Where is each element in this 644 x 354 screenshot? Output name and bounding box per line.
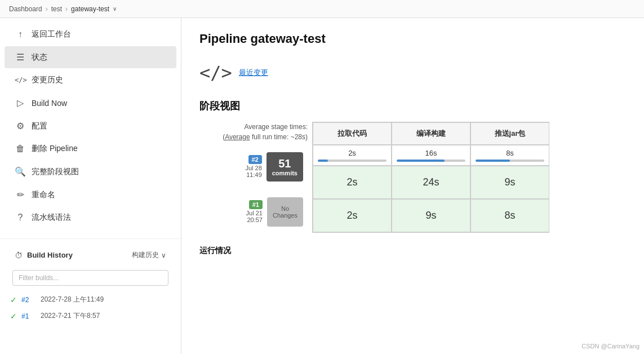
build-date-1: 2022-7-21 下午8:57 — [41, 311, 100, 321]
avg-bar-2 — [476, 160, 544, 162]
stage-left-avg-label: Average stage times: (Average (Average f… — [199, 122, 312, 234]
sidebar-item-label-config: 配置 — [32, 121, 47, 131]
build-history-header: ⏱ Build History 构建历史 ∨ — [5, 245, 176, 266]
back-icon: ↑ — [15, 29, 26, 39]
sidebar-item-label-build-now: Build Now — [32, 99, 67, 108]
avg-time-val-0: 2s — [318, 149, 387, 157]
sidebar-item-config[interactable]: ⚙ 配置 — [5, 115, 176, 137]
downstream-label: 运行情况 — [199, 246, 626, 256]
no-changes-badge-1[interactable]: No Changes — [267, 197, 303, 227]
sidebar-item-change-history[interactable]: </> 变更历史 — [5, 69, 176, 91]
build-1-cell-2: 8s — [470, 199, 549, 232]
filter-input-wrap — [5, 267, 176, 289]
history-clock-icon: ⏱ — [15, 251, 23, 260]
sidebar-item-label-status: 状态 — [32, 52, 47, 63]
build-2-cells: 2s 24s 9s — [313, 166, 549, 199]
avg-bar-0 — [318, 160, 387, 162]
pencil-icon: ✏ — [15, 189, 26, 200]
trash-icon: 🗑 — [15, 144, 26, 154]
stage-header-1: 编译构建 — [392, 122, 470, 145]
sidebar-item-status[interactable]: ☰ 状态 — [5, 46, 176, 68]
avg-label: Average stage times: (Average (Average f… — [199, 122, 308, 144]
avg-time-0: 2s — [313, 145, 392, 166]
build-list-item[interactable]: ✓ #1 2022-7-21 下午8:57 — [0, 308, 181, 324]
avg-time-val-2: 8s — [476, 149, 544, 157]
sidebar-item-label-rename: 重命名 — [32, 190, 55, 200]
code-history-icon: </> — [15, 76, 26, 84]
build-2-cell-1: 24s — [392, 166, 470, 199]
build-row-2: 2s 24s 9s — [312, 166, 549, 199]
sidebar-item-label-history: 变更历史 — [32, 75, 63, 85]
breadcrumb-chevron-icon: ∨ — [113, 6, 117, 12]
breadcrumb-sep-2: › — [65, 5, 68, 13]
sidebar-item-back[interactable]: ↑ 返回工作台 — [5, 24, 176, 45]
build-history-right[interactable]: 构建历史 ∨ — [132, 250, 166, 260]
page-title: Pipeline gateway-test — [199, 32, 626, 46]
gear-icon: ⚙ — [15, 121, 26, 131]
build-2-left-label: #2 Jul 28 11:49 51 commits — [199, 144, 308, 189]
avg-times-row: 2s 16s 8s — [312, 145, 549, 166]
stage-headers-row: 拉取代码 编译构建 推送jar包 — [312, 122, 549, 145]
sidebar-item-build-now[interactable]: ▷ Build Now — [5, 92, 176, 114]
watermark: CSDN @CarinaYang — [581, 343, 639, 349]
search-icon: 🔍 — [15, 166, 26, 177]
breadcrumb-current: gateway-test — [71, 5, 109, 13]
sidebar-item-label-back: 返回工作台 — [32, 29, 71, 39]
sidebar-item-label-syntax: 流水线语法 — [32, 213, 71, 223]
avg-bar-1 — [397, 160, 465, 162]
stage-view-title: 阶段视图 — [199, 99, 626, 113]
build-check-icon-2: ✓ — [10, 295, 17, 304]
stage-table-wrapper: Average stage times: (Average (Average f… — [199, 122, 626, 234]
avg-bar-fill-1 — [397, 160, 445, 162]
build-list: ✓ #2 2022-7-28 上午11:49 ✓ #1 2022-7-21 下午… — [0, 289, 181, 326]
avg-time-2: 8s — [470, 145, 549, 166]
sidebar-item-full-stage[interactable]: 🔍 完整阶段视图 — [5, 161, 176, 183]
build-num-1[interactable]: #1 — [21, 312, 36, 320]
build-list-item[interactable]: ✓ #2 2022-7-28 上午11:49 — [0, 291, 181, 308]
stage-header-0: 拉取代码 — [313, 122, 392, 145]
build-1-cell-1: 9s — [392, 199, 470, 232]
code-brackets-icon: </> — [199, 62, 232, 83]
recent-change-link[interactable]: 最近变更 — [239, 68, 268, 78]
build-1-left-label: #1 Jul 21 20:57 No Changes — [199, 189, 308, 234]
breadcrumb: Dashboard › test › gateway-test ∨ — [0, 0, 644, 18]
build-history-subtitle: 构建历史 — [132, 250, 159, 260]
avg-time-1: 16s — [392, 145, 470, 166]
sidebar-nav: ↑ 返回工作台 ☰ 状态 </> 变更历史 ▷ Build Now ⚙ 配置 🗑 — [0, 18, 181, 234]
build-num-2[interactable]: #2 — [21, 296, 36, 304]
sidebar-item-syntax[interactable]: ? 流水线语法 — [5, 207, 176, 228]
sidebar-divider — [0, 238, 181, 239]
avg-bar-fill-0 — [318, 160, 328, 162]
avg-time-val-1: 16s — [397, 149, 465, 157]
filter-builds-input[interactable] — [12, 270, 168, 286]
commit-badge-2[interactable]: 51 commits — [267, 152, 303, 182]
breadcrumb-sep-1: › — [46, 5, 48, 13]
build-1-date-label: #1 Jul 21 20:57 — [246, 201, 263, 223]
main-content: Pipeline gateway-test </> 最近变更 阶段视图 Aver… — [181, 18, 644, 354]
sidebar-item-label-full-stage: 完整阶段视图 — [32, 167, 79, 177]
build-2-date-label: #2 Jul 28 11:49 — [245, 156, 261, 178]
breadcrumb-dashboard[interactable]: Dashboard — [9, 5, 42, 13]
stage-header-2: 推送jar包 — [470, 122, 549, 145]
sidebar-item-delete[interactable]: 🗑 删除 Pipeline — [5, 138, 176, 160]
build-1-cells: 2s 9s 8s — [313, 199, 549, 232]
sidebar: ↑ 返回工作台 ☰ 状态 </> 变更历史 ▷ Build Now ⚙ 配置 🗑 — [0, 18, 181, 354]
help-icon: ? — [15, 213, 26, 223]
sidebar-item-label-delete: 删除 Pipeline — [32, 144, 78, 154]
build-date-2: 2022-7-28 上午11:49 — [41, 295, 104, 304]
build-history-title: Build History — [27, 251, 73, 259]
build-2-cell-2: 9s — [470, 166, 549, 199]
stage-view: Average stage times: (Average (Average f… — [199, 122, 626, 234]
avg-label-line2: (Average (Average full run time: ~28s)fu… — [223, 133, 308, 141]
sidebar-item-rename[interactable]: ✏ 重命名 — [5, 184, 176, 206]
build-history-left: ⏱ Build History — [15, 251, 73, 260]
status-icon: ☰ — [15, 52, 26, 63]
avg-label-line1: Average stage times: — [244, 123, 308, 131]
play-icon: ▷ — [15, 98, 26, 108]
breadcrumb-test[interactable]: test — [51, 5, 62, 13]
build-1-cell-0: 2s — [313, 199, 392, 232]
build-row-1: 2s 9s 8s — [312, 199, 549, 233]
build-history-chevron: ∨ — [161, 251, 166, 259]
avg-bar-fill-2 — [476, 160, 510, 162]
build-2-cell-0: 2s — [313, 166, 392, 199]
